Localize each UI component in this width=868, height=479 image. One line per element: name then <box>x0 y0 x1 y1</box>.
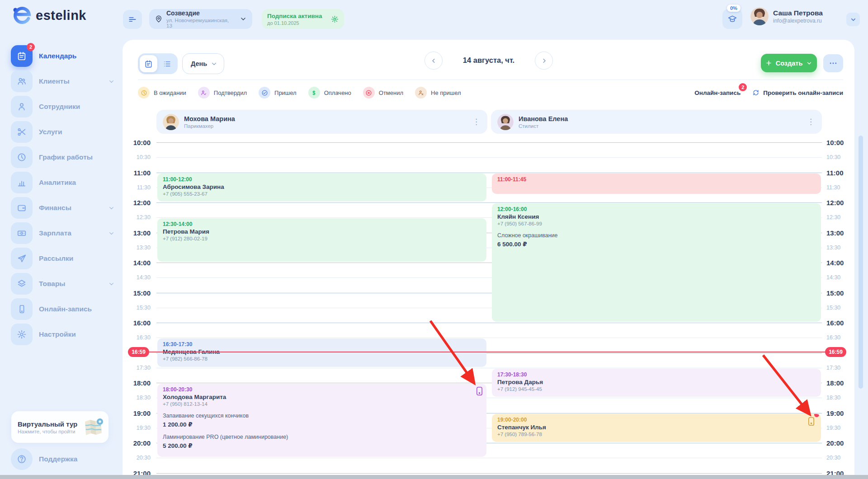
appointment-7[interactable]: 17:30-18:30Петрова Дарья+7 (912) 945-45-… <box>492 369 821 397</box>
gear-icon <box>331 15 339 23</box>
location-selector[interactable]: Созвездие ул. Новочеремушкинская, 13 <box>149 9 252 29</box>
time-label-left: 19:30 <box>124 425 151 431</box>
appointment-service: Сложное окрашивание <box>497 232 816 239</box>
sidebar-item-11[interactable]: Онлайн-запись <box>11 298 115 320</box>
user-name: Саша Петрова <box>773 9 823 18</box>
education-button[interactable] <box>722 9 742 29</box>
sidebar-item-label: Поддержка <box>39 455 77 463</box>
sidebar-item-label: График работы <box>39 153 93 161</box>
online-booking-link[interactable]: Онлайн-запись 2 <box>694 89 741 96</box>
appointment-3[interactable]: 16:30-17:30Медянцева Галина+7 (982) 566-… <box>157 338 486 367</box>
sidebar-item-10[interactable]: Товары <box>11 273 115 295</box>
appointment-phone: +7 (950) 812-13-14 <box>163 401 481 407</box>
vertical-scrollbar[interactable] <box>859 136 863 389</box>
time-label-right: 19:30 <box>826 425 853 431</box>
list-view-button[interactable] <box>158 55 176 72</box>
view-period-value: День <box>191 60 207 67</box>
appointment-client: Степанчук Илья <box>497 424 816 431</box>
toolbar-divider <box>138 80 843 80</box>
appointment-time: 17:30-18:30 <box>497 371 816 378</box>
window-bottom-edge <box>0 475 868 479</box>
sidebar-item-2[interactable]: Клиенты <box>11 70 115 92</box>
gridline-16:30 <box>156 338 822 338</box>
check-online-bookings-button[interactable]: Проверить онлайн-записи <box>752 89 843 96</box>
staff-role: Стилист <box>519 123 568 129</box>
chart-icon <box>11 172 33 193</box>
time-label-left: 15:30 <box>124 305 151 311</box>
user-menu[interactable]: Саша Петрова info@alexpetrova.ru <box>750 7 823 25</box>
sidebar-item-6[interactable]: Аналитика <box>11 172 115 193</box>
sidebar-item-label: Клиенты <box>39 77 70 85</box>
view-period-select[interactable]: День <box>182 53 224 74</box>
appointment-phone: +7 (905) 555-23-67 <box>163 191 481 197</box>
appointment-4[interactable]: 18:00-20:30Холодова Маргарита+7 (950) 81… <box>157 384 486 457</box>
banknote-icon <box>11 222 33 244</box>
time-label-right: 20:30 <box>826 455 853 461</box>
sidebar-item-8[interactable]: Зарплата <box>11 222 115 244</box>
graduation-cap-icon <box>728 14 737 23</box>
sidebar-item-label: Финансы <box>39 204 71 212</box>
kebab-menu-icon[interactable]: ⋮ <box>806 117 816 127</box>
appointment-time: 16:30-17:30 <box>163 341 481 348</box>
sidebar-item-label: Товары <box>39 280 66 288</box>
sidebar-item-4[interactable]: Услуги <box>11 121 115 143</box>
chevron-down-icon <box>240 15 247 23</box>
appointment-1[interactable]: 11:00-12:00Абросимова Зарина+7 (905) 555… <box>157 174 486 202</box>
subscription-status[interactable]: Подписка активна до 01.10.2025 <box>262 9 344 29</box>
sidebar-item-9[interactable]: Рассылки <box>11 248 115 269</box>
appointment-price: 6 500.00 ₽ <box>497 240 816 248</box>
current-time-pill-left: 16:59 <box>128 347 149 357</box>
virtual-tour-card[interactable]: Виртуальный тур Нажмите, чтобы пройти <box>11 411 108 443</box>
location-pin-icon <box>155 15 163 23</box>
sidebar-item-1[interactable]: 2Календарь <box>11 45 115 67</box>
plus-icon <box>765 60 772 66</box>
staff-header-2[interactable]: Иванова ЕленаСтилист⋮ <box>491 110 822 134</box>
sidebar-item-7[interactable]: Финансы <box>11 197 115 219</box>
prev-day-button[interactable] <box>425 52 443 70</box>
collapse-sidebar-button[interactable] <box>123 10 142 29</box>
calendar-view-button[interactable] <box>140 55 157 72</box>
time-label-right: 10:30 <box>826 154 853 160</box>
time-label-right: 20:00 <box>826 439 853 447</box>
sidebar-item-3[interactable]: Сотрудники <box>11 96 115 117</box>
time-label-right: 14:00 <box>826 259 853 267</box>
appointment-8[interactable]: 19:00-20:00Степанчук Илья+7 (950) 789-56… <box>492 414 821 442</box>
sidebar-item-support[interactable]: Поддержка <box>11 448 115 470</box>
chevron-down-icon <box>806 60 812 66</box>
staff-header-1[interactable]: Мохова МаринаПарикмахер⋮ <box>156 110 487 134</box>
time-label-right: 11:30 <box>826 184 853 191</box>
logo-text: estelink <box>36 8 86 23</box>
staff-info: Иванова ЕленаСтилист <box>519 115 568 129</box>
sidebar-item-label: Онлайн-запись <box>39 305 92 313</box>
more-actions-button[interactable] <box>823 54 843 72</box>
appointment-2[interactable]: 12:30-14:00Петрова Мария+7 (912) 280-02-… <box>157 218 486 262</box>
virtual-tour-subtitle: Нажмите, чтобы пройти <box>18 429 80 434</box>
appointment-client: Петрова Дарья <box>497 379 816 385</box>
subscription-until: до 01.10.2025 <box>267 20 322 26</box>
scissors-icon <box>11 121 33 143</box>
sidebar-item-5[interactable]: График работы <box>11 146 115 168</box>
sidebar-item-label: Аналитика <box>39 178 76 187</box>
ellipsis-icon <box>829 59 838 68</box>
sidebar-item-label: Рассылки <box>39 254 73 263</box>
online-booking-badge: 2 <box>739 83 747 91</box>
user-menu-chevron-button[interactable] <box>846 13 860 26</box>
create-button[interactable]: Создать <box>761 54 817 72</box>
appointment-phone: +7 (950) 789-56-78 <box>497 432 816 437</box>
time-label-left: 12:00 <box>124 199 151 207</box>
legend-item-5: Отменил <box>363 87 403 99</box>
location-name: Созвездие <box>166 9 236 18</box>
status-legend: В ожиданииПодтвердилПришелОплаченоОтмени… <box>138 85 461 100</box>
legend-item-label: В ожидании <box>154 89 186 96</box>
next-day-button[interactable] <box>535 52 553 70</box>
sidebar-item-12[interactable]: Настройки <box>11 324 115 345</box>
appointment-time: 12:00-16:00 <box>497 206 816 212</box>
appointment-6[interactable]: 12:00-16:00Кляйн Ксения+7 (950) 567-86-9… <box>492 203 821 322</box>
current-date-label: 14 августа, чт. <box>453 56 525 65</box>
kebab-menu-icon[interactable]: ⋮ <box>472 117 481 127</box>
staff-name: Иванова Елена <box>519 115 568 123</box>
time-label-right: 15:30 <box>826 305 853 311</box>
chevron-down-icon <box>108 230 115 237</box>
appointment-5[interactable]: 11:00-11:45 <box>492 174 821 194</box>
time-label-left: 14:30 <box>124 274 151 281</box>
